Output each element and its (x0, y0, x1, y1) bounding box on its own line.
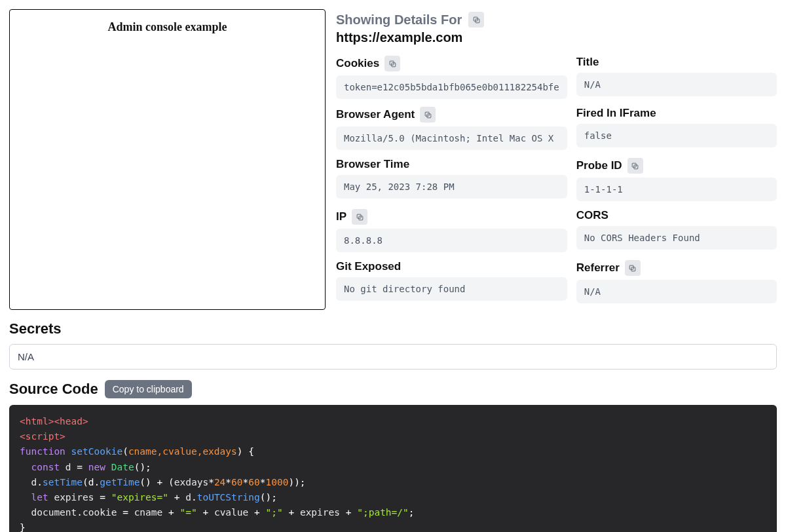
browser-agent-value: Mozilla/5.0 (Macintosh; Intel Mac OS X (336, 126, 567, 150)
code-text: = (117, 507, 134, 518)
code-kw-new: new (88, 462, 105, 472)
copy-icon (424, 111, 432, 119)
copy-url-button[interactable] (468, 12, 484, 28)
code-text (20, 507, 31, 518)
secrets-heading: Secrets (9, 320, 777, 337)
field-ip: IP 8.8.8.8 (336, 209, 567, 252)
code-class-date: Date (111, 462, 134, 472)
copy-icon (628, 264, 637, 273)
code-str: ";path=/" (357, 507, 409, 518)
browser-time-label: Browser Time (336, 158, 409, 171)
field-iframe: Fired In IFrame false (576, 107, 777, 150)
cookies-value: token=e12c05b5bda1bfb065e0b011182254bfe (336, 75, 567, 99)
copy-probe-button[interactable] (627, 158, 643, 174)
source-code-title: Source Code (9, 381, 98, 398)
code-params: cname,cvalue,exdays (128, 446, 237, 457)
code-num: 1000 (265, 477, 288, 487)
code-text: . (37, 477, 43, 487)
code-text: + (168, 492, 185, 503)
copy-icon (472, 16, 481, 24)
probe-id-value: 1-1-1-1 (576, 178, 777, 201)
browser-agent-label: Browser Agent (336, 108, 415, 121)
code-text (20, 462, 31, 472)
source-code-heading: Source Code Copy to clipboard (9, 380, 777, 398)
code-line-1: <html><head> (20, 416, 88, 427)
copy-source-button[interactable]: Copy to clipboard (105, 380, 192, 398)
code-text: * (208, 477, 214, 487)
field-browser-time: Browser Time May 25, 2023 7:28 PM (336, 158, 567, 201)
code-text (60, 462, 66, 472)
code-prop-cookie: cookie (83, 507, 117, 518)
code-text: ) { (237, 446, 254, 457)
code-text: + (248, 507, 265, 518)
field-git-exposed: Git Exposed No git directory found (336, 260, 567, 303)
copy-agent-button[interactable] (420, 107, 436, 123)
code-fn-toutcstring: toUTCString (197, 492, 260, 503)
code-var-d: d (66, 462, 71, 472)
code-text: . (191, 492, 197, 503)
copy-cookies-button[interactable] (384, 56, 400, 71)
field-browser-agent: Browser Agent Mozilla/5.0 (Macintosh; In… (336, 107, 567, 150)
code-str: "expires=" (111, 492, 168, 503)
code-text (105, 462, 111, 472)
code-text (20, 492, 31, 503)
code-fn-gettime: getTime (100, 477, 140, 487)
copy-icon (356, 213, 364, 221)
code-var-cvalue: cvalue (214, 507, 248, 518)
field-title: Title N/A (576, 56, 777, 99)
code-num: 60 (248, 477, 259, 487)
code-num: 60 (231, 477, 242, 487)
code-text: * (243, 477, 249, 487)
code-text: . (77, 507, 83, 518)
showing-details-text: Showing Details For (336, 12, 462, 28)
secrets-value: N/A (9, 344, 777, 370)
code-text: )); (288, 477, 305, 487)
code-text: + (197, 507, 214, 518)
code-var-expires: expires (54, 492, 94, 503)
copy-referrer-button[interactable] (625, 260, 641, 276)
field-referrer: Referrer N/A (576, 260, 777, 303)
code-var-cname: cname (134, 507, 163, 518)
code-text: + (283, 507, 300, 518)
code-num: 24 (214, 477, 225, 487)
code-text: ; (409, 507, 415, 518)
field-cors: CORS No CORS Headers Found (576, 209, 777, 252)
code-text: + (162, 507, 179, 518)
code-var-d: d (185, 492, 191, 503)
code-line-2: <script> (20, 431, 66, 442)
ip-label: IP (336, 210, 346, 223)
title-label: Title (576, 56, 599, 69)
code-str: ";" (266, 507, 283, 518)
cors-value: No CORS Headers Found (576, 226, 777, 250)
probe-id-label: Probe ID (576, 159, 622, 172)
code-obj-document: document (31, 507, 77, 518)
code-var-exdays: exdays (174, 477, 208, 487)
code-kw-let: let (31, 492, 48, 503)
field-probe-id: Probe ID 1-1-1-1 (576, 158, 777, 201)
code-text: * (225, 477, 231, 487)
iframe-value: false (576, 124, 777, 147)
cookies-label: Cookies (336, 57, 379, 70)
iframe-label: Fired In IFrame (576, 107, 656, 120)
cors-label: CORS (576, 209, 608, 222)
code-text: (); (134, 462, 151, 472)
showing-details-label: Showing Details For (336, 12, 484, 28)
details-panel: Showing Details For https://example.com … (336, 9, 777, 303)
source-code-block: <html><head> <script> function setCookie… (9, 405, 777, 532)
code-text: (d. (83, 477, 100, 487)
field-cookies: Cookies token=e12c05b5bda1bfb065e0b01118… (336, 56, 567, 99)
referrer-label: Referrer (576, 261, 620, 275)
title-value: N/A (576, 73, 777, 96)
details-url: https://example.com (336, 30, 777, 45)
code-var-expires: expires (300, 507, 340, 518)
copy-ip-button[interactable] (352, 209, 367, 225)
code-text: = (71, 462, 88, 472)
code-text: ( (122, 446, 128, 457)
copy-icon (388, 60, 397, 68)
code-str: "=" (180, 507, 197, 518)
code-text: = (94, 492, 111, 503)
code-kw-function: function (20, 446, 66, 457)
code-fn-setcookie: setCookie (71, 446, 123, 457)
referrer-value: N/A (576, 280, 777, 303)
preview-pane: Admin console example (9, 9, 326, 310)
